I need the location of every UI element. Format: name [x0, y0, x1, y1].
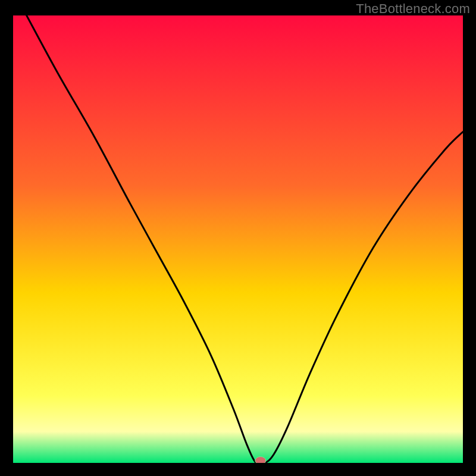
bottleneck-chart: [13, 15, 463, 463]
watermark-text: TheBottleneck.com: [356, 1, 470, 17]
gradient-background: [13, 15, 463, 463]
chart-frame: TheBottleneck.com: [0, 0, 476, 476]
optimum-marker: [255, 457, 266, 464]
